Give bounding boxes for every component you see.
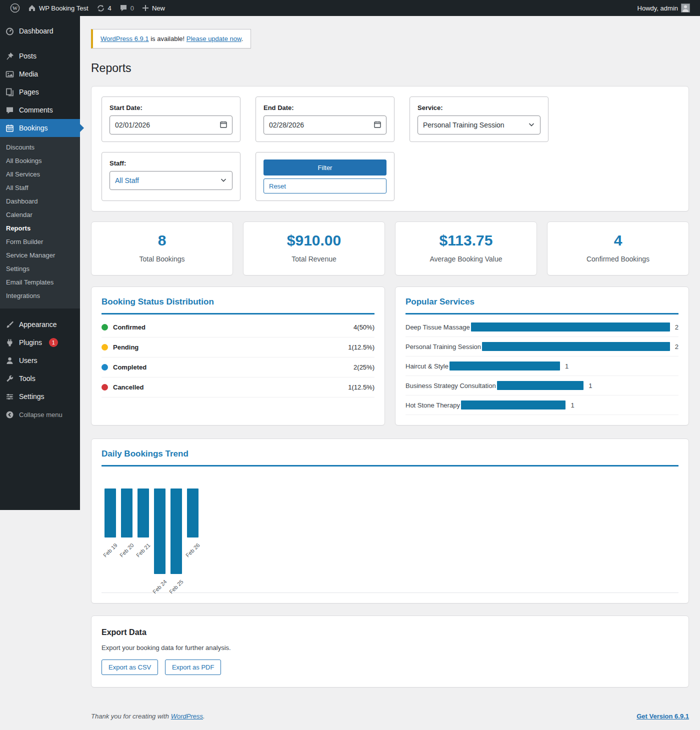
trend-tick-label: Feb 26 <box>184 542 201 558</box>
trend-bar <box>121 488 132 538</box>
trend-column-feb-19: Feb 19 <box>104 488 116 538</box>
sidebar-subitem-settings[interactable]: Settings <box>0 262 80 276</box>
status-label: Completed <box>113 364 146 371</box>
stats-row: 8Total Bookings$910.00Total Revenue$113.… <box>91 222 689 276</box>
status-label: Pending <box>113 344 138 351</box>
export-title: Export Data <box>102 628 678 637</box>
sidebar-link-posts[interactable]: Posts <box>0 47 80 65</box>
sidebar-item-dashboard: Dashboard <box>0 22 80 40</box>
avatar <box>681 4 690 12</box>
site-name-link[interactable]: WP Booking Test <box>24 0 92 16</box>
howdy-text: Howdy, admin <box>638 4 678 12</box>
sidebar-item-label: Pages <box>19 88 39 96</box>
sidebar-subitem-all-bookings[interactable]: All Bookings <box>0 154 80 168</box>
service-row-business-strategy-consultation: Business Strategy Consultation1 <box>406 376 678 396</box>
collapse-icon <box>5 410 14 419</box>
sidebar-link-settings[interactable]: Settings <box>0 388 80 406</box>
trend-tick-label: Feb 21 <box>135 542 152 558</box>
sidebar-link-dashboard[interactable]: Dashboard <box>0 22 80 40</box>
service-label: Deep Tissue Massage <box>406 324 470 331</box>
service-bar <box>497 381 584 390</box>
export-csv-button[interactable]: Export as CSV <box>102 660 158 675</box>
users-icon <box>5 356 14 365</box>
sidebar-item-plugins: Plugins1 <box>0 334 80 352</box>
sidebar-link-plugins[interactable]: Plugins1 <box>0 334 80 352</box>
sidebar-link-collapse-menu[interactable]: Collapse menu <box>0 406 80 424</box>
pages-icon <box>5 88 14 96</box>
calendar-icon <box>5 124 14 132</box>
popular-services-card: Popular Services Deep Tissue Massage2Per… <box>395 286 689 426</box>
comment-count: 0 <box>130 4 134 12</box>
sidebar-subitem-calendar[interactable]: Calendar <box>0 208 80 222</box>
export-pdf-button[interactable]: Export as PDF <box>165 660 222 675</box>
sidebar-item-tools: Tools <box>0 370 80 388</box>
sidebar-item-label: Tools <box>19 374 36 382</box>
sidebar-item-posts: Posts <box>0 47 80 65</box>
sidebar-link-pages[interactable]: Pages <box>0 83 80 101</box>
stat-value: $113.75 <box>400 232 532 249</box>
sidebar-subitem-discounts[interactable]: Discounts <box>0 140 80 154</box>
sidebar-item-comments: Comments <box>0 101 80 119</box>
trend-bar <box>104 488 116 538</box>
filters-card: Start Date: End Date: Servic <box>91 86 689 212</box>
status-label: Cancelled <box>113 384 144 391</box>
sidebar-link-appearance[interactable]: Appearance <box>0 316 80 334</box>
wordpress-footer-link[interactable]: WordPress <box>171 712 203 720</box>
admin-bar: W WP Booking Test 4 0 New Howdy, admin <box>0 0 700 16</box>
new-content-link[interactable]: New <box>138 0 169 16</box>
sidebar-subitem-integrations[interactable]: Integrations <box>0 289 80 302</box>
daily-trend-title: Daily Bookings Trend <box>102 449 678 466</box>
admin-footer: Thank you for creating with WordPress. G… <box>91 712 689 727</box>
sidebar-link-tools[interactable]: Tools <box>0 370 80 388</box>
service-count: 1 <box>570 402 574 409</box>
account-menu[interactable]: Howdy, admin <box>634 0 694 16</box>
booking-status-list: Confirmed4(50%)Pending1(12.5%)Completed2… <box>102 318 374 398</box>
site-name: WP Booking Test <box>39 4 88 12</box>
sidebar-subitem-all-services[interactable]: All Services <box>0 168 80 181</box>
sidebar-link-comments[interactable]: Comments <box>0 101 80 119</box>
service-count: 1 <box>565 362 568 370</box>
sidebar-item-label: Posts <box>19 52 36 60</box>
staff-select[interactable]: All Staff <box>110 171 232 190</box>
updates-link[interactable]: 4 <box>92 0 116 16</box>
footer-period: . <box>203 712 205 720</box>
sidebar-subitem-email-templates[interactable]: Email Templates <box>0 276 80 289</box>
sidebar-item-label: Users <box>19 356 38 364</box>
wordpress-logo-menu[interactable]: W <box>6 0 24 16</box>
sidebar-link-users[interactable]: Users <box>0 352 80 370</box>
sidebar-subitem-dashboard[interactable]: Dashboard <box>0 194 80 208</box>
start-date-input[interactable] <box>110 116 232 134</box>
sidebar-item-label: Plugins <box>19 338 42 346</box>
sidebar-subitem-all-staff[interactable]: All Staff <box>0 181 80 194</box>
sidebar-subitem-reports[interactable]: Reports <box>0 222 80 235</box>
trend-column-feb-24: Feb 24 <box>154 488 166 574</box>
reset-button[interactable]: Reset <box>264 178 386 194</box>
end-date-input[interactable] <box>264 116 386 134</box>
comments-link[interactable]: 0 <box>116 0 138 16</box>
svg-text:W: W <box>12 6 18 11</box>
notice-period: . <box>242 35 244 42</box>
service-select[interactable]: Personal Training Session <box>418 116 540 134</box>
status-value: 4(50%) <box>354 324 374 331</box>
status-value: 1(12.5%) <box>348 384 374 391</box>
sidebar-subitem-form-builder[interactable]: Form Builder <box>0 235 80 248</box>
settings-icon <box>5 392 14 401</box>
wordpress-version-link[interactable]: WordPress 6.9.1 <box>100 35 149 42</box>
service-label: Personal Training Session <box>406 343 481 350</box>
update-now-link[interactable]: Please update now <box>186 35 242 42</box>
filter-button[interactable]: Filter <box>264 160 386 176</box>
plugins-update-badge: 1 <box>49 338 58 347</box>
sidebar-subitem-service-manager[interactable]: Service Manager <box>0 248 80 262</box>
filter-actions-box: Filter Reset <box>256 152 394 201</box>
stat-label: Total Revenue <box>248 255 380 263</box>
sidebar-item-label: Collapse menu <box>19 411 62 418</box>
get-version-link[interactable]: Get Version 6.9.1 <box>636 712 689 720</box>
booking-status-card: Booking Status Distribution Confirmed4(5… <box>91 286 385 426</box>
stat-card-confirmed-bookings: 4Confirmed Bookings <box>547 222 689 276</box>
status-row-completed: Completed2(25%) <box>102 358 374 378</box>
sidebar-link-media[interactable]: Media <box>0 65 80 83</box>
sidebar-link-bookings[interactable]: Bookings <box>0 119 80 137</box>
trend-bar <box>154 488 166 574</box>
export-card: Export Data Export your booking data for… <box>91 616 689 688</box>
trend-column-feb-20: Feb 20 <box>121 488 132 538</box>
